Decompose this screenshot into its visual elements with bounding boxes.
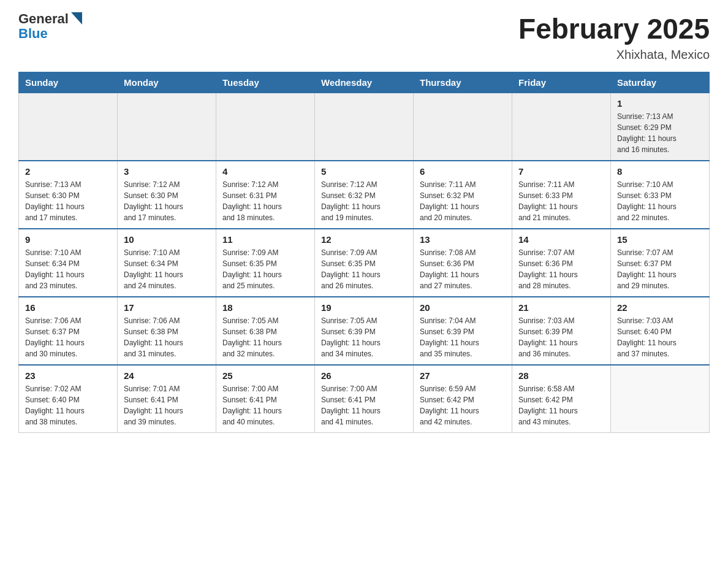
table-row	[611, 365, 710, 433]
day-number: 10	[124, 234, 210, 245]
day-number: 26	[321, 370, 407, 381]
day-number: 19	[321, 302, 407, 313]
table-row: 4Sunrise: 7:12 AMSunset: 6:31 PMDaylight…	[216, 161, 315, 229]
calendar-subtitle: Xhixhata, Mexico	[518, 48, 710, 62]
logo-text-general: General	[18, 12, 69, 26]
title-block: February 2025 Xhixhata, Mexico	[518, 12, 710, 62]
day-number: 16	[25, 302, 111, 313]
table-row	[315, 93, 414, 161]
day-number: 7	[518, 166, 604, 177]
header-sunday: Sunday	[19, 72, 118, 93]
table-row	[512, 93, 611, 161]
table-row: 15Sunrise: 7:07 AMSunset: 6:37 PMDayligh…	[611, 229, 710, 297]
day-info: Sunrise: 7:11 AMSunset: 6:32 PMDaylight:…	[420, 179, 506, 223]
day-info: Sunrise: 7:10 AMSunset: 6:33 PMDaylight:…	[617, 179, 703, 223]
day-number: 18	[222, 302, 308, 313]
calendar-week-row: 1Sunrise: 7:13 AMSunset: 6:29 PMDaylight…	[19, 93, 710, 161]
day-info: Sunrise: 6:59 AMSunset: 6:42 PMDaylight:…	[420, 383, 506, 427]
day-number: 22	[617, 302, 703, 313]
table-row: 11Sunrise: 7:09 AMSunset: 6:35 PMDayligh…	[216, 229, 315, 297]
table-row: 24Sunrise: 7:01 AMSunset: 6:41 PMDayligh…	[118, 365, 216, 433]
table-row: 19Sunrise: 7:05 AMSunset: 6:39 PMDayligh…	[315, 297, 414, 365]
table-row: 22Sunrise: 7:03 AMSunset: 6:40 PMDayligh…	[611, 297, 710, 365]
day-number: 13	[420, 234, 506, 245]
day-number: 6	[420, 166, 506, 177]
day-info: Sunrise: 7:12 AMSunset: 6:31 PMDaylight:…	[222, 179, 308, 223]
day-info: Sunrise: 7:11 AMSunset: 6:33 PMDaylight:…	[518, 179, 604, 223]
day-info: Sunrise: 7:10 AMSunset: 6:34 PMDaylight:…	[25, 247, 111, 291]
day-info: Sunrise: 7:09 AMSunset: 6:35 PMDaylight:…	[222, 247, 308, 291]
header-saturday: Saturday	[611, 72, 710, 93]
table-row: 3Sunrise: 7:12 AMSunset: 6:30 PMDaylight…	[118, 161, 216, 229]
table-row: 1Sunrise: 7:13 AMSunset: 6:29 PMDaylight…	[611, 93, 710, 161]
table-row: 2Sunrise: 7:13 AMSunset: 6:30 PMDaylight…	[19, 161, 118, 229]
day-info: Sunrise: 7:09 AMSunset: 6:35 PMDaylight:…	[321, 247, 407, 291]
day-info: Sunrise: 7:03 AMSunset: 6:39 PMDaylight:…	[518, 315, 604, 359]
day-number: 21	[518, 302, 604, 313]
day-info: Sunrise: 7:06 AMSunset: 6:37 PMDaylight:…	[25, 315, 111, 359]
day-number: 23	[25, 370, 111, 381]
table-row: 8Sunrise: 7:10 AMSunset: 6:33 PMDaylight…	[611, 161, 710, 229]
day-info: Sunrise: 7:07 AMSunset: 6:37 PMDaylight:…	[617, 247, 703, 291]
calendar-table: Sunday Monday Tuesday Wednesday Thursday…	[18, 72, 710, 433]
table-row: 9Sunrise: 7:10 AMSunset: 6:34 PMDaylight…	[19, 229, 118, 297]
day-info: Sunrise: 7:01 AMSunset: 6:41 PMDaylight:…	[124, 383, 210, 427]
day-number: 25	[222, 370, 308, 381]
table-row: 16Sunrise: 7:06 AMSunset: 6:37 PMDayligh…	[19, 297, 118, 365]
day-info: Sunrise: 7:02 AMSunset: 6:40 PMDaylight:…	[25, 383, 111, 427]
day-number: 20	[420, 302, 506, 313]
day-number: 24	[124, 370, 210, 381]
calendar-week-row: 2Sunrise: 7:13 AMSunset: 6:30 PMDaylight…	[19, 161, 710, 229]
day-info: Sunrise: 7:08 AMSunset: 6:36 PMDaylight:…	[420, 247, 506, 291]
table-row: 28Sunrise: 6:58 AMSunset: 6:42 PMDayligh…	[512, 365, 611, 433]
day-number: 4	[222, 166, 308, 177]
day-info: Sunrise: 6:58 AMSunset: 6:42 PMDaylight:…	[518, 383, 604, 427]
day-number: 17	[124, 302, 210, 313]
calendar-week-row: 16Sunrise: 7:06 AMSunset: 6:37 PMDayligh…	[19, 297, 710, 365]
day-number: 1	[617, 98, 703, 109]
calendar-title: February 2025	[518, 12, 710, 45]
day-number: 8	[617, 166, 703, 177]
header-friday: Friday	[512, 72, 611, 93]
table-row: 5Sunrise: 7:12 AMSunset: 6:32 PMDaylight…	[315, 161, 414, 229]
day-info: Sunrise: 7:06 AMSunset: 6:38 PMDaylight:…	[124, 315, 210, 359]
day-info: Sunrise: 7:12 AMSunset: 6:30 PMDaylight:…	[124, 179, 210, 223]
day-number: 5	[321, 166, 407, 177]
day-number: 3	[124, 166, 210, 177]
day-number: 11	[222, 234, 308, 245]
table-row: 6Sunrise: 7:11 AMSunset: 6:32 PMDaylight…	[414, 161, 512, 229]
logo: General Blue	[18, 12, 82, 40]
table-row: 20Sunrise: 7:04 AMSunset: 6:39 PMDayligh…	[414, 297, 512, 365]
table-row: 27Sunrise: 6:59 AMSunset: 6:42 PMDayligh…	[414, 365, 512, 433]
page-header: General Blue February 2025 Xhixhata, Mex…	[18, 12, 710, 62]
day-number: 27	[420, 370, 506, 381]
header-thursday: Thursday	[414, 72, 512, 93]
table-row: 17Sunrise: 7:06 AMSunset: 6:38 PMDayligh…	[118, 297, 216, 365]
table-row: 10Sunrise: 7:10 AMSunset: 6:34 PMDayligh…	[118, 229, 216, 297]
table-row: 25Sunrise: 7:00 AMSunset: 6:41 PMDayligh…	[216, 365, 315, 433]
table-row: 26Sunrise: 7:00 AMSunset: 6:41 PMDayligh…	[315, 365, 414, 433]
day-info: Sunrise: 7:00 AMSunset: 6:41 PMDaylight:…	[222, 383, 308, 427]
day-info: Sunrise: 7:05 AMSunset: 6:39 PMDaylight:…	[321, 315, 407, 359]
day-info: Sunrise: 7:10 AMSunset: 6:34 PMDaylight:…	[124, 247, 210, 291]
header-monday: Monday	[118, 72, 216, 93]
day-number: 9	[25, 234, 111, 245]
logo-arrow-icon	[71, 12, 82, 25]
day-info: Sunrise: 7:04 AMSunset: 6:39 PMDaylight:…	[420, 315, 506, 359]
svg-marker-0	[71, 12, 82, 25]
day-info: Sunrise: 7:13 AMSunset: 6:30 PMDaylight:…	[25, 179, 111, 223]
calendar-week-row: 23Sunrise: 7:02 AMSunset: 6:40 PMDayligh…	[19, 365, 710, 433]
day-info: Sunrise: 7:00 AMSunset: 6:41 PMDaylight:…	[321, 383, 407, 427]
calendar-week-row: 9Sunrise: 7:10 AMSunset: 6:34 PMDaylight…	[19, 229, 710, 297]
header-tuesday: Tuesday	[216, 72, 315, 93]
table-row	[216, 93, 315, 161]
table-row	[118, 93, 216, 161]
day-info: Sunrise: 7:07 AMSunset: 6:36 PMDaylight:…	[518, 247, 604, 291]
day-number: 28	[518, 370, 604, 381]
table-row: 12Sunrise: 7:09 AMSunset: 6:35 PMDayligh…	[315, 229, 414, 297]
logo-text-blue: Blue	[18, 27, 48, 40]
table-row: 18Sunrise: 7:05 AMSunset: 6:38 PMDayligh…	[216, 297, 315, 365]
day-info: Sunrise: 7:03 AMSunset: 6:40 PMDaylight:…	[617, 315, 703, 359]
table-row: 7Sunrise: 7:11 AMSunset: 6:33 PMDaylight…	[512, 161, 611, 229]
table-row	[414, 93, 512, 161]
